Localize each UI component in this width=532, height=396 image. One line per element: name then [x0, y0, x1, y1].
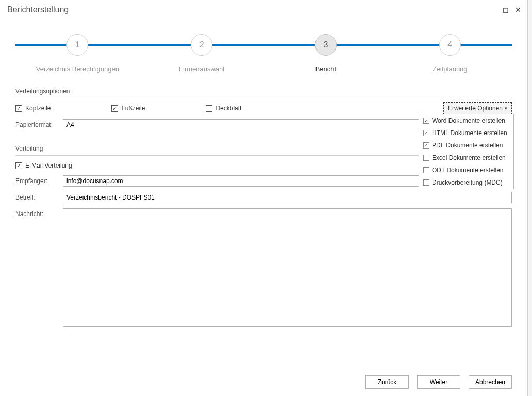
titlebar: Berichterstellung ◻ ✕ — [0, 0, 527, 18]
wizard-step-label: Verzeichnis Berechtigungen — [36, 65, 119, 73]
back-label-rest: urück — [381, 378, 396, 386]
window-title: Berichterstellung — [7, 5, 502, 14]
section-distribution-options: Verteilungsoptionen: — [15, 85, 512, 98]
checkbox-deckblatt-label: Deckblatt — [215, 105, 241, 112]
dropdown-item-3[interactable]: Excel Dokumente erstellen — [419, 152, 513, 164]
paper-format-label: Papierformat: — [15, 121, 63, 128]
next-button[interactable]: Weiter — [417, 375, 460, 389]
dropdown-checkbox[interactable] — [423, 142, 429, 148]
dropdown-item-5[interactable]: Druckvorbereitung (MDC) — [419, 176, 513, 189]
dropdown-checkbox[interactable] — [423, 118, 429, 124]
dropdown-item-0[interactable]: Word Dokumente erstellen — [419, 114, 513, 127]
dropdown-item-label: Word Dokumente erstellen — [432, 117, 505, 124]
dropdown-checkbox[interactable] — [423, 167, 429, 173]
checkbox-fusszeile-label: Fußzeile — [121, 105, 145, 112]
advanced-options-dropdown[interactable]: Word Dokumente erstellenHTML Dokumente e… — [419, 114, 514, 189]
advanced-options-label: Erweiterte Optionen — [448, 105, 503, 112]
back-button[interactable]: Zurück — [365, 375, 409, 389]
cancel-button[interactable]: Abbrechen — [469, 375, 512, 389]
wizard-step-label: Zeitplanung — [433, 65, 468, 73]
message-textarea[interactable] — [63, 208, 512, 327]
checkbox-email-dist-label: E-Mail Verteilung — [25, 162, 72, 169]
dropdown-checkbox[interactable] — [423, 155, 429, 161]
checkbox-fusszeile[interactable]: Fußzeile — [111, 105, 145, 112]
checkbox-fusszeile-box[interactable] — [111, 105, 118, 112]
subject-input[interactable] — [63, 192, 512, 203]
dropdown-item-label: Excel Dokumente erstellen — [432, 154, 506, 161]
subject-label: Betreff: — [15, 194, 63, 201]
dropdown-item-label: Druckvorbereitung (MDC) — [432, 179, 503, 186]
recipient-label: Empfänger: — [15, 177, 63, 185]
checkbox-kopfzeile-box[interactable] — [15, 105, 22, 112]
dropdown-item-label: PDF Dokumente erstellen — [432, 142, 503, 149]
wizard-step-circle: 3 — [315, 34, 337, 56]
dropdown-item-1[interactable]: HTML Dokumente erstellen — [419, 127, 513, 139]
close-icon[interactable]: ✕ — [514, 6, 522, 14]
wizard-steps-bar: 1Verzeichnis Berechtigungen2Firmenauswah… — [15, 23, 512, 79]
next-label-rest: eiter — [436, 378, 447, 386]
dropdown-item-2[interactable]: PDF Dokumente erstellen — [419, 139, 513, 152]
dropdown-checkbox[interactable] — [423, 179, 429, 186]
wizard-step-circle: 1 — [66, 34, 88, 56]
wizard-step-4[interactable]: 4Zeitplanung — [388, 23, 512, 73]
wizard-step-1[interactable]: 1Verzeichnis Berechtigungen — [15, 23, 139, 73]
wizard-step-circle: 2 — [191, 34, 212, 56]
maximize-icon[interactable]: ◻ — [502, 6, 510, 14]
message-label: Nachricht: — [15, 208, 63, 218]
dropdown-item-4[interactable]: ODT Dokumente erstellen — [419, 164, 513, 176]
checkbox-deckblatt-box[interactable] — [206, 105, 212, 112]
advanced-options-button[interactable]: Erweiterte Optionen ▾ Word Dokumente ers… — [443, 102, 512, 114]
checkbox-deckblatt[interactable]: Deckblatt — [206, 105, 241, 112]
checkbox-email-dist-box[interactable] — [15, 162, 22, 169]
chevron-down-icon: ▾ — [505, 106, 507, 111]
wizard-step-3[interactable]: 3Bericht — [264, 23, 388, 73]
wizard-step-label: Bericht — [315, 65, 336, 73]
right-edge-strip — [528, 0, 532, 396]
wizard-step-2[interactable]: 2Firmenauswahl — [140, 23, 263, 73]
checkbox-kopfzeile-label: Kopfzeile — [25, 105, 51, 112]
dropdown-item-label: HTML Dokumente erstellen — [432, 129, 507, 137]
dropdown-item-label: ODT Dokumente erstellen — [432, 167, 504, 174]
wizard-step-label: Firmenauswahl — [179, 65, 224, 73]
wizard-step-circle: 4 — [439, 34, 461, 56]
cancel-label: Abbrechen — [475, 378, 505, 386]
checkbox-kopfzeile[interactable]: Kopfzeile — [15, 105, 51, 112]
dropdown-checkbox[interactable] — [423, 130, 429, 136]
